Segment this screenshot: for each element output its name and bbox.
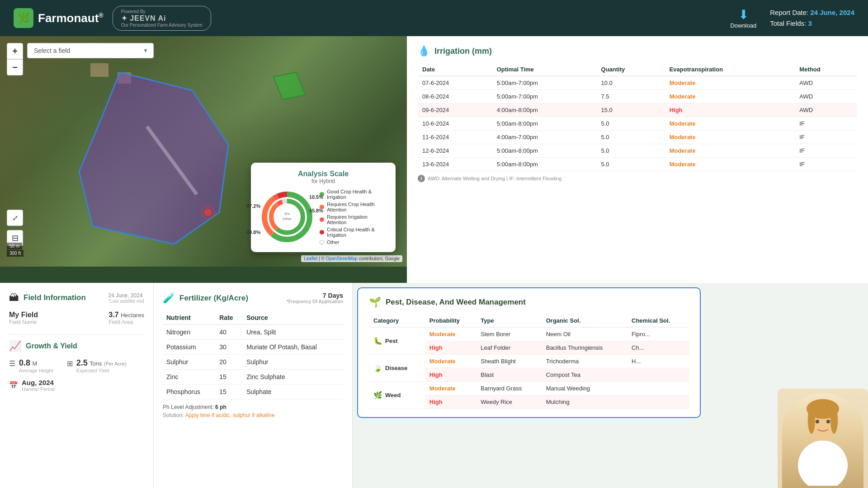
irr-col-method: Method	[795, 63, 857, 76]
irr-qty: 5.0	[597, 158, 665, 171]
zoom-out-button[interactable]: −	[7, 59, 23, 75]
legend-item-3: Requires Irrigation Attention	[320, 214, 387, 225]
field-select-area[interactable]: Select a field	[27, 43, 154, 58]
irrigation-icon: 💧	[418, 45, 430, 57]
fert-rate: 40	[216, 324, 243, 340]
analysis-title: Analysis Scale	[260, 170, 387, 178]
irr-qty: 7.5	[597, 90, 665, 103]
irr-method: AWD	[795, 90, 857, 103]
pct-label-40: 40.8%	[246, 230, 260, 235]
map-attribution: Leaflet | © OpenStreetMap contributors, …	[301, 255, 402, 262]
field-icon: 🏔	[9, 292, 19, 304]
field-area-col: 3.7 Hectares Field Area	[108, 311, 144, 325]
legend-dot-darkred	[320, 230, 324, 235]
irr-evap: Moderate	[665, 117, 795, 131]
pest-category: 🐛 Pest	[369, 327, 425, 355]
pest-icon: 🌱	[369, 296, 381, 308]
pct-label-97: 97.2%	[246, 203, 260, 209]
total-fields-line: Total Fields: 3	[770, 18, 854, 29]
irr-col-qty: Quantity	[597, 63, 665, 76]
irr-method: IF	[795, 117, 857, 131]
svg-point-19	[830, 407, 838, 434]
pest-type: Leaf Folder	[476, 341, 541, 355]
field-select-wrapper[interactable]: Select a field	[27, 43, 154, 58]
legend-item-4: Critical Crop Health & Irrigation	[320, 227, 387, 238]
pest-chemical: H...	[627, 355, 689, 368]
irrigation-header: 💧 Irrigation (mm)	[418, 45, 857, 57]
field-select-dropdown[interactable]: Select a field	[27, 43, 154, 58]
legend-dot-red	[320, 217, 324, 222]
fert-rate: 30	[216, 340, 243, 355]
osm-link[interactable]: OpenStreetMap	[326, 256, 358, 261]
pest-table: Category Probability Type Organic Sol. C…	[369, 314, 689, 409]
irr-qty: 5.0	[597, 117, 665, 131]
growth-icon: 📈	[9, 340, 21, 352]
solution-note: Solution: Apply lime if acidic, sulphur …	[163, 412, 343, 418]
fert-source: Muriate Of Potash, Basal	[243, 340, 343, 355]
irr-date: 13-6-2024	[418, 158, 492, 171]
zoom-in-button[interactable]: +	[7, 43, 23, 59]
irr-date: 07-6-2024	[418, 76, 492, 90]
jeevn-subtitle: Our Personalized Farm Advisory System	[121, 23, 203, 28]
svg-text:Other: Other	[283, 217, 292, 221]
fert-source: Sulphate	[243, 385, 343, 399]
fullscreen-button[interactable]: ⤢	[7, 210, 23, 226]
top-row: + − Select a field ⤢ ⊟ 50 m 300 ft	[0, 36, 868, 283]
growth-title: Growth & Yield	[26, 342, 77, 350]
logo-text: Farmonaut®	[38, 11, 104, 25]
fert-nutrient: Zinc	[163, 370, 216, 385]
pest-type: Stem Borer	[476, 327, 541, 341]
irr-qty: 5.0	[597, 131, 665, 144]
irr-method: IF	[795, 131, 857, 144]
pest-col-organic: Organic Sol.	[542, 314, 627, 327]
download-button[interactable]: ⬇ Download	[730, 7, 756, 29]
legend-dot-other	[320, 240, 324, 244]
growth-header: 📈 Growth & Yield	[9, 340, 144, 352]
pest-prob: Moderate	[425, 355, 476, 368]
irr-time: 4:00am-8:00pm	[492, 103, 597, 117]
pest-organic: Neem Oil	[542, 327, 627, 341]
bottom-row: 🏔 Field Information 24 June, 2024 *Last …	[0, 283, 868, 488]
pest-panel: 🌱 Pest, Disease, And Weed Management Cat…	[357, 287, 701, 418]
pest-organic: Manual Weeding	[542, 382, 627, 395]
pest-type: Weedy Rice	[476, 395, 541, 409]
pest-chemical: Fipro...	[627, 327, 689, 341]
pest-organic: Compost Tea	[542, 368, 627, 382]
leaflet-link[interactable]: Leaflet	[304, 256, 317, 261]
field-name-col: My Field Field Name	[9, 311, 38, 325]
fertilizer-title: Fertilizer (Kg/Acre)	[179, 294, 248, 303]
analysis-scale-card: Analysis Scale for Hybrid	[251, 163, 396, 252]
irr-date: 10-6-2024	[418, 117, 492, 131]
irrigation-title: Irrigation (mm)	[434, 47, 492, 56]
pest-category: 🌿 Weed	[369, 382, 425, 409]
growth-stats: ☰ 0.8 M Average Height ⊞ 2.5 Ton	[9, 358, 144, 373]
fert-rate: 20	[216, 355, 243, 370]
ph-note: Ph Level Adjustment: 6 ph	[163, 404, 343, 410]
irrigation-table: Date Optimal Time Quantity Evapotranspir…	[418, 63, 857, 171]
fert-rate: 15	[216, 370, 243, 385]
irr-method: AWD	[795, 76, 857, 90]
fertilizer-table: Nutrient Rate Source Nitrogen 40 Urea, S…	[163, 311, 343, 399]
fertilizer-header: 🧪 Fertilizer (Kg/Acre) 7 Days *Frequency…	[163, 292, 343, 304]
pest-chemical	[627, 395, 689, 409]
pest-prob: High	[425, 341, 476, 355]
svg-point-21	[798, 441, 848, 486]
pest-col-type: Type	[476, 314, 541, 327]
fert-nutrient: Nitrogen	[163, 324, 216, 340]
map-container[interactable]: + − Select a field ⤢ ⊟ 50 m 300 ft	[0, 36, 407, 283]
pest-type: Barnyard Grass	[476, 382, 541, 395]
irr-date: 11-6-2024	[418, 131, 492, 144]
jeevn-badge: Powered By ✦ JEEVN Ai Our Personalized F…	[113, 6, 211, 31]
yield-data: 2.5 Tons (Per Acre) Expected Yield	[76, 358, 127, 373]
fert-source: Zinc Sulphate	[243, 370, 343, 385]
scale-meters: 50 m	[7, 243, 22, 249]
irr-evap: Moderate	[665, 131, 795, 144]
fert-rate: 15	[216, 385, 243, 399]
field-info-header: 🏔 Field Information 24 June, 2024 *Last …	[9, 292, 144, 304]
field-info-title: Field Information	[24, 293, 86, 302]
svg-text:5%: 5%	[284, 212, 290, 216]
irr-col-date: Date	[418, 63, 492, 76]
legend-item-1: Good Crop Health & Irrigation	[320, 189, 387, 200]
svg-point-22	[816, 420, 819, 423]
field-info-row: My Field Field Name 3.7 Hectares Field A…	[9, 311, 144, 325]
